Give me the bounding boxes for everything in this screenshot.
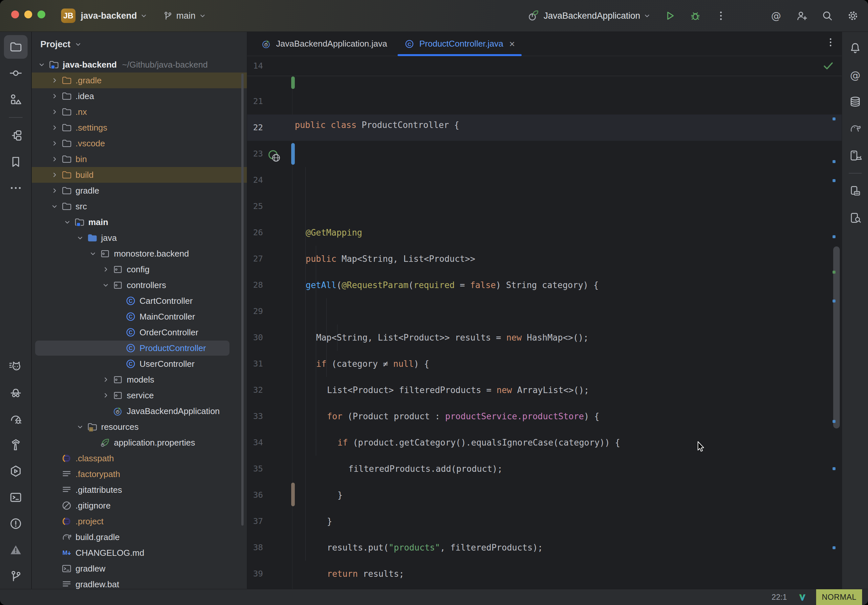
error-stripe[interactable] bbox=[829, 80, 842, 589]
line-number[interactable]: 36 bbox=[247, 482, 263, 508]
chevron-icon[interactable] bbox=[49, 200, 60, 212]
ai-assistant-button[interactable] bbox=[769, 9, 783, 23]
chevron-icon[interactable] bbox=[74, 232, 86, 244]
tree-row[interactable]: java bbox=[32, 230, 247, 246]
code-line[interactable]: 33 results.put("products", filteredProdu… bbox=[247, 403, 842, 430]
line-number[interactable]: 14 bbox=[247, 56, 263, 76]
tree-row[interactable]: .classpath bbox=[32, 450, 247, 466]
tree-row[interactable]: CartController bbox=[32, 293, 247, 309]
tree-row[interactable]: service bbox=[32, 387, 247, 403]
code-line[interactable]: 28 for (Product product : productService… bbox=[247, 272, 842, 298]
tree-row[interactable]: JavaBackendApplication bbox=[32, 403, 247, 419]
chevron-icon[interactable] bbox=[49, 106, 60, 118]
cat-tool-button[interactable] bbox=[4, 354, 28, 378]
code-line[interactable]: 25 Map<String, List<Product>> results = … bbox=[247, 193, 842, 220]
problems-tool-button[interactable] bbox=[4, 512, 28, 535]
toolbar-divider[interactable] bbox=[9, 117, 23, 118]
sticky-context-line[interactable]: 14 public class ProductController { bbox=[247, 56, 842, 76]
tree-row[interactable]: MainController bbox=[32, 309, 247, 325]
code-line[interactable]: 32 } bbox=[247, 377, 842, 403]
caret-position[interactable]: 22:1 bbox=[772, 593, 787, 602]
line-number[interactable]: 39 bbox=[247, 561, 263, 587]
chevron-icon[interactable] bbox=[100, 279, 112, 291]
line-number[interactable]: 38 bbox=[247, 534, 263, 561]
structure-tool-button[interactable] bbox=[4, 124, 28, 147]
line-number[interactable]: 34 bbox=[247, 430, 263, 456]
services-tool-button[interactable] bbox=[4, 460, 28, 483]
bookmarks-tool-button[interactable] bbox=[4, 150, 28, 173]
code-line[interactable]: 39 } bbox=[247, 561, 842, 587]
branch-switcher[interactable]: main bbox=[163, 11, 207, 21]
build-tool-button[interactable] bbox=[4, 433, 28, 457]
line-number[interactable]: 37 bbox=[247, 508, 263, 534]
tree-row[interactable]: CHANGELOG.md bbox=[32, 545, 247, 561]
vim-icon[interactable] bbox=[798, 593, 807, 602]
search-everywhere-button[interactable] bbox=[820, 9, 834, 23]
tree-row[interactable]: .settings bbox=[32, 120, 247, 136]
tree-row[interactable]: UserController bbox=[32, 356, 247, 372]
tree-row[interactable]: application.properties bbox=[32, 435, 247, 450]
line-number[interactable]: 32 bbox=[247, 377, 263, 403]
notifications-button[interactable] bbox=[845, 37, 866, 59]
gutter-change-marker[interactable] bbox=[291, 483, 295, 506]
chevron-icon[interactable] bbox=[49, 169, 60, 181]
tree-row[interactable]: config bbox=[32, 261, 247, 277]
chevron-icon[interactable] bbox=[49, 153, 60, 165]
code-line[interactable]: 38 return results; bbox=[247, 534, 842, 561]
project-view-selector[interactable]: Project bbox=[32, 32, 247, 57]
editor-tab[interactable]: JavaBackendApplication.java × bbox=[253, 32, 395, 56]
code-line[interactable]: 34 return results; bbox=[247, 430, 842, 456]
chevron-icon[interactable] bbox=[49, 185, 60, 197]
code-line[interactable]: 29 if (product.getCategory().equalsIgnor… bbox=[247, 298, 842, 325]
incognito-tool-button[interactable] bbox=[4, 381, 28, 404]
tab-close-button[interactable]: × bbox=[509, 39, 515, 49]
line-number[interactable]: 29 bbox=[247, 298, 263, 325]
tree-row[interactable]: build bbox=[32, 167, 247, 183]
code-line[interactable]: 36 bbox=[247, 482, 842, 508]
tree-row[interactable]: gradlew bbox=[32, 561, 247, 576]
debug-button[interactable] bbox=[688, 9, 702, 23]
warnings-tool-button[interactable] bbox=[4, 538, 28, 562]
tree-row[interactable]: monostore.backend bbox=[32, 246, 247, 261]
chevron-icon[interactable] bbox=[36, 59, 48, 71]
inspections-status-icon[interactable] bbox=[822, 59, 834, 72]
tree-row[interactable]: bin bbox=[32, 151, 247, 167]
commit-tool-button[interactable] bbox=[4, 61, 28, 85]
tree-row[interactable]: .factorypath bbox=[32, 466, 247, 482]
zoom-window-button[interactable] bbox=[37, 11, 45, 19]
toolbar-divider[interactable] bbox=[849, 173, 862, 173]
tree-row[interactable]: .nx bbox=[32, 104, 247, 120]
code-line[interactable]: 26 if (category ≠ null) { bbox=[247, 220, 842, 246]
line-number[interactable]: 26 bbox=[247, 220, 263, 246]
tree-row[interactable]: java-backend ~/Github/java-backend bbox=[32, 57, 247, 73]
device-manager-button[interactable] bbox=[845, 145, 866, 166]
line-number[interactable]: 28 bbox=[247, 272, 263, 298]
tree-row[interactable]: main bbox=[32, 214, 247, 230]
chevron-icon[interactable] bbox=[49, 90, 60, 102]
tree-row[interactable]: .gradle bbox=[32, 73, 247, 88]
chevron-icon[interactable] bbox=[49, 138, 60, 149]
close-window-button[interactable] bbox=[11, 11, 19, 19]
line-number[interactable]: 35 bbox=[247, 456, 263, 482]
chevron-icon[interactable] bbox=[74, 421, 86, 433]
tree-row[interactable]: OrderController bbox=[32, 325, 247, 340]
chevron-icon[interactable] bbox=[100, 374, 112, 385]
tree-row[interactable]: .vscode bbox=[32, 136, 247, 151]
minimize-window-button[interactable] bbox=[24, 11, 32, 19]
version-control-tool-button[interactable] bbox=[4, 564, 28, 588]
tab-options-button[interactable] bbox=[825, 36, 837, 50]
chevron-icon[interactable] bbox=[49, 74, 60, 86]
chevron-icon[interactable] bbox=[87, 248, 99, 260]
tree-row[interactable]: .gitignore bbox=[32, 498, 247, 514]
run-configuration-selector[interactable]: JavaBackendApplication bbox=[527, 9, 651, 22]
code-line[interactable]: 31 } bbox=[247, 351, 842, 377]
tree-row[interactable]: ProductController bbox=[32, 340, 247, 356]
line-number[interactable]: 33 bbox=[247, 403, 263, 430]
line-number[interactable]: 31 bbox=[247, 351, 263, 377]
tree-row[interactable]: resources bbox=[32, 419, 247, 435]
project-tool-button[interactable] bbox=[4, 35, 28, 59]
more-run-actions-button[interactable] bbox=[714, 9, 728, 23]
tree-row[interactable]: gradlew.bat bbox=[32, 576, 247, 589]
tree-row[interactable]: .project bbox=[32, 514, 247, 529]
tree-row[interactable]: gradle bbox=[32, 183, 247, 198]
